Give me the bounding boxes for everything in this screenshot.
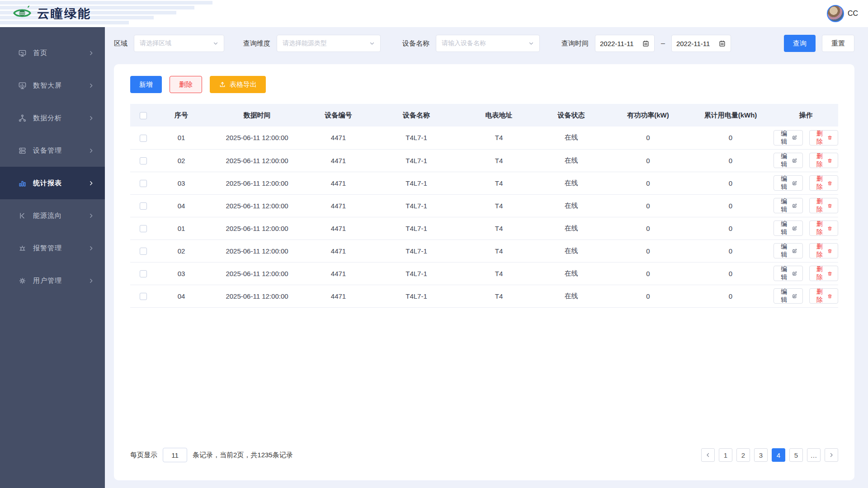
col-device-name: 设备名称 [369, 104, 464, 127]
user-area[interactable]: CC [827, 0, 858, 27]
col-device-status: 设备状态 [534, 104, 609, 127]
alarm-icon [18, 244, 27, 253]
page-button-1[interactable]: 1 [719, 448, 732, 462]
brand-logo: 云瞳绿能 [13, 0, 91, 27]
edit-pencil-icon [792, 270, 797, 277]
export-button-label: 表格导出 [230, 80, 257, 89]
export-button[interactable]: 表格导出 [210, 76, 266, 93]
row-edit-button[interactable]: 编辑 [774, 221, 803, 236]
delete-button-label: 删除 [815, 265, 825, 282]
row-checkbox[interactable] [140, 225, 147, 232]
cell-device-status: 在线 [534, 285, 609, 307]
cell-total-energy: 0 [688, 149, 774, 172]
region-select[interactable]: 请选择区域 [134, 35, 224, 52]
edit-button-label: 编辑 [779, 197, 789, 214]
page-button-4-active[interactable]: 4 [772, 448, 785, 462]
cell-device-status: 在线 [534, 217, 609, 239]
brand-title: 云瞳绿能 [37, 5, 91, 22]
row-delete-button[interactable]: 删除 [809, 198, 839, 213]
date-to-value: 2022-11-11 [676, 40, 710, 47]
date-to-input[interactable]: 2022-11-11 [671, 35, 731, 52]
cell-device-status: 在线 [534, 172, 609, 194]
reset-button[interactable]: 重置 [822, 35, 854, 52]
col-operations: 操作 [774, 104, 838, 127]
page-button-ellipsis[interactable]: … [807, 448, 821, 462]
sidebar-item-energy-flow[interactable]: 能源流向 [0, 199, 105, 232]
next-page-button[interactable] [825, 448, 838, 462]
sidebar-item-label: 能源流向 [33, 211, 82, 220]
trash-icon [827, 202, 832, 209]
row-checkbox[interactable] [140, 202, 147, 210]
row-edit-button[interactable]: 编辑 [774, 198, 803, 213]
sidebar-item-home[interactable]: 首页 [0, 37, 105, 69]
gear-icon [18, 277, 27, 285]
page-button-2[interactable]: 2 [736, 448, 750, 462]
row-checkbox[interactable] [140, 248, 147, 255]
cell-data-time: 2025-06-11 12:00:00 [206, 149, 308, 172]
delete-button-label: 删除 [815, 152, 825, 169]
search-button[interactable]: 查询 [784, 35, 816, 52]
cell-device-name: T4L7-1 [369, 285, 464, 307]
row-checkbox[interactable] [140, 157, 147, 164]
row-edit-button[interactable]: 编辑 [774, 243, 803, 258]
chevron-down-icon [528, 41, 534, 46]
row-delete-button[interactable]: 删除 [809, 243, 839, 258]
sidebar-item-user-manage[interactable]: 用户管理 [0, 264, 105, 297]
dimension-label: 查询维度 [243, 39, 270, 48]
sidebar-item-alarm-manage[interactable]: 报警管理 [0, 232, 105, 264]
cell-device-name: T4L7-1 [369, 194, 464, 217]
per-page-input[interactable] [163, 448, 187, 462]
cell-device-name: T4L7-1 [369, 149, 464, 172]
sidebar-item-label: 统计报表 [33, 179, 82, 188]
row-checkbox[interactable] [140, 293, 147, 300]
chevron-left-icon [705, 452, 711, 458]
col-active-power: 有功功率(kW) [609, 104, 688, 127]
content-card: 新增 删除 表格导出 序号 数据时间 设备编号 设备名称 电表地址 设备状态 有… [114, 64, 854, 480]
chevron-down-icon [369, 41, 375, 46]
edit-pencil-icon [792, 225, 797, 232]
cell-seq: 04 [156, 194, 206, 217]
table-row: 02 2025-06-11 12:00:00 4471 T4L7-1 T4 在线… [130, 239, 838, 262]
row-edit-button[interactable]: 编辑 [774, 266, 803, 281]
date-from-input[interactable]: 2022-11-11 [595, 35, 655, 52]
cell-active-power: 0 [609, 239, 688, 262]
sidebar-item-statistics-report[interactable]: 统计报表 [0, 167, 105, 199]
edit-pencil-icon [792, 248, 797, 254]
row-delete-button[interactable]: 删除 [809, 153, 839, 168]
dimension-select[interactable]: 请选择能源类型 [277, 35, 381, 52]
page-button-3[interactable]: 3 [754, 448, 768, 462]
table-row: 04 2025-06-11 12:00:00 4471 T4L7-1 T4 在线… [130, 285, 838, 307]
row-edit-button[interactable]: 编辑 [774, 288, 803, 304]
sidebar-item-label: 报警管理 [33, 244, 82, 253]
prev-page-button[interactable] [701, 448, 715, 462]
row-delete-button[interactable]: 删除 [809, 130, 839, 145]
big-screen-icon [18, 81, 27, 90]
device-name-select[interactable]: 请输入设备名称 [436, 35, 540, 52]
row-edit-button[interactable]: 编辑 [774, 175, 803, 191]
select-all-checkbox[interactable] [140, 112, 147, 119]
row-delete-button[interactable]: 删除 [809, 266, 839, 281]
cell-device-name: T4L7-1 [369, 172, 464, 194]
trash-icon [827, 225, 832, 232]
cell-device-no: 4471 [308, 172, 369, 194]
delete-button[interactable]: 删除 [170, 76, 202, 93]
user-avatar[interactable] [827, 5, 844, 22]
table-row: 01 2025-06-11 12:00:00 4471 T4L7-1 T4 在线… [130, 127, 838, 149]
calendar-icon [718, 40, 726, 47]
row-edit-button[interactable]: 编辑 [774, 153, 803, 168]
row-delete-button[interactable]: 删除 [809, 288, 839, 304]
row-checkbox[interactable] [140, 180, 147, 187]
sidebar-item-device-manage[interactable]: 设备管理 [0, 134, 105, 167]
add-button[interactable]: 新增 [130, 76, 162, 93]
user-name: CC [848, 9, 858, 18]
row-checkbox[interactable] [140, 135, 147, 142]
sidebar-item-big-screen[interactable]: 数智大屏 [0, 69, 105, 102]
row-checkbox[interactable] [140, 270, 147, 277]
row-delete-button[interactable]: 删除 [809, 175, 839, 191]
sidebar-item-data-analysis[interactable]: 数据分析 [0, 102, 105, 134]
export-upload-icon [219, 81, 226, 88]
page-button-5[interactable]: 5 [789, 448, 803, 462]
row-delete-button[interactable]: 删除 [809, 221, 839, 236]
cell-device-status: 在线 [534, 262, 609, 285]
row-edit-button[interactable]: 编辑 [774, 130, 803, 145]
